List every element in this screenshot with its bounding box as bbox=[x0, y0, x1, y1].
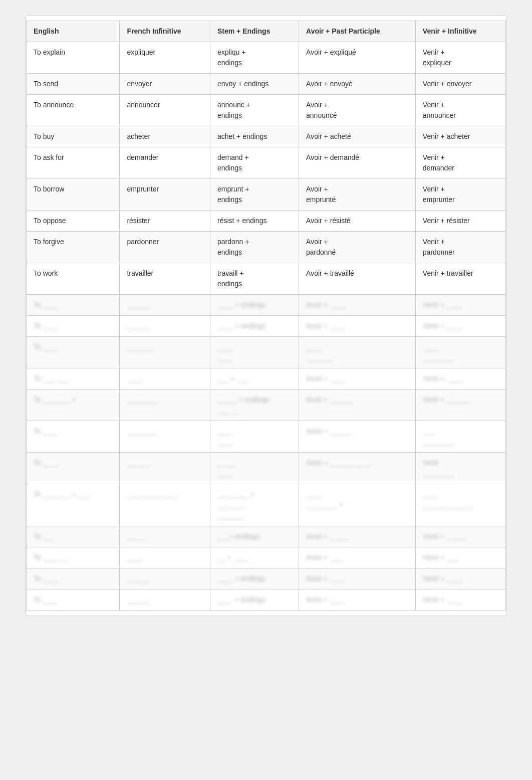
cell-stem: announc + endings bbox=[210, 95, 299, 126]
blurred-cell-2: _____ + endings ___ __ bbox=[210, 389, 299, 421]
cell-avoir: Avoir + expliqué bbox=[299, 42, 416, 74]
blurred-cell-4: Venir + ____ bbox=[415, 316, 505, 337]
blurred-cell-3: Avoir + ____ bbox=[299, 568, 416, 590]
conjugation-table: English French Infinitive Stem + Endings… bbox=[26, 21, 506, 611]
table-row-blurred: To ____ ________ + ____Avoir + ___Venir … bbox=[27, 547, 506, 568]
cell-stem: achet + endings bbox=[210, 126, 299, 147]
table-row: To forgivepardonnerpardonn + endingsAvoi… bbox=[27, 232, 506, 263]
blurred-cell-0: To ____ bbox=[27, 590, 120, 611]
blurred-cell-3: ____ ________ + bbox=[299, 484, 416, 526]
cell-stem: expliqu + endings bbox=[210, 42, 299, 74]
blurred-cell-3: Avoir + ___ bbox=[299, 547, 416, 568]
table-row: To opposerésisterrésist + endingsAvoir +… bbox=[27, 211, 506, 232]
cell-stem: envoy + endings bbox=[210, 74, 299, 95]
table-row: To buyacheterachet + endingsAvoir + ache… bbox=[27, 126, 506, 147]
blurred-cell-4: Venir + ____ bbox=[415, 568, 505, 590]
blurred-cell-2: ____ + endings bbox=[210, 590, 299, 611]
blurred-cell-3: Avoir + ______ bbox=[299, 389, 416, 421]
cell-english: To borrow bbox=[27, 179, 120, 211]
col-french: French Infinitive bbox=[120, 21, 210, 42]
cell-stem: pardonn + endings bbox=[210, 232, 299, 263]
blurred-cell-2: ____ + endings bbox=[210, 316, 299, 337]
cell-french: travailler bbox=[120, 263, 210, 295]
table-row-blurred: To ___________+ endingsAvoir + _____Veni… bbox=[27, 526, 506, 547]
blurred-cell-2: ___+ endings bbox=[210, 526, 299, 547]
col-english: English bbox=[27, 21, 120, 42]
table-row-blurred: To ______________ + endingsAvoir + ____V… bbox=[27, 295, 506, 316]
cell-stem: emprunt + endings bbox=[210, 179, 299, 211]
blurred-cell-2: ____ + endings bbox=[210, 295, 299, 316]
blurred-cell-1: ______ bbox=[120, 568, 210, 590]
cell-french: résister bbox=[120, 211, 210, 232]
blurred-cell-4: Venir + _____ bbox=[415, 526, 505, 547]
col-avoir: Avoir + Past Participle bbox=[299, 21, 416, 42]
cell-avoir: Avoir + résisté bbox=[299, 211, 416, 232]
blurred-cell-0: To ____ bbox=[27, 337, 120, 368]
table-row-blurred: To ______________ + endingsAvoir + ____V… bbox=[27, 316, 506, 337]
cell-avoir: Avoir + travaillé bbox=[299, 263, 416, 295]
blurred-cell-3: Avoir + ______ ____ bbox=[299, 453, 416, 484]
blurred-cell-4: ___ ________ bbox=[415, 421, 505, 453]
table-row-blurred: To ___ __________ + ___Avoir + ____Venir… bbox=[27, 368, 506, 389]
cell-french: envoyer bbox=[120, 74, 210, 95]
blurred-cell-4: Venir + ___ bbox=[415, 547, 505, 568]
blurred-cell-1: ________ bbox=[120, 421, 210, 453]
blurred-cell-1: _______ bbox=[120, 337, 210, 368]
blurred-cell-0: To ___ bbox=[27, 526, 120, 547]
blurred-cell-3: Avoir + ____ bbox=[299, 295, 416, 316]
cell-avoir: Avoir + acheté bbox=[299, 126, 416, 147]
blurred-cell-1: ______ bbox=[120, 453, 210, 484]
blurred-cell-1: _____________ bbox=[120, 484, 210, 526]
col-stem: Stem + Endings bbox=[210, 21, 299, 42]
table-row-blurred: To ________________ ____Avoir + ________… bbox=[27, 421, 506, 453]
table-row-blurred: To _______ + ________________________ + … bbox=[27, 484, 506, 526]
table-row: To announceannouncerannounc + endingsAvo… bbox=[27, 95, 506, 126]
cell-venir: Venir + pardonner bbox=[415, 232, 505, 263]
blurred-cell-0: To ____ bbox=[27, 453, 120, 484]
cell-venir: Venir + envoyer bbox=[415, 74, 505, 95]
blurred-cell-1: ______ bbox=[120, 295, 210, 316]
table-row: To ask fordemanderdemand + endingsAvoir … bbox=[27, 147, 506, 179]
cell-avoir: Avoir + envoyé bbox=[299, 74, 416, 95]
blurred-cell-1: _____ bbox=[120, 526, 210, 547]
page-container: English French Infinitive Stem + Endings… bbox=[26, 15, 506, 616]
cell-avoir: Avoir + pardonné bbox=[299, 232, 416, 263]
blurred-cell-1: ________ bbox=[120, 389, 210, 421]
blurred-cell-4: Venir + ____ bbox=[415, 368, 505, 389]
table-row: To explainexpliquerexpliqu + endingsAvoi… bbox=[27, 42, 506, 74]
blurred-cell-0: To ____ bbox=[27, 316, 120, 337]
col-venir: Venir + Infinitive bbox=[415, 21, 505, 42]
table-header-row: English French Infinitive Stem + Endings… bbox=[27, 21, 506, 42]
blurred-cell-4: ____ _____________ bbox=[415, 484, 505, 526]
cell-stem: travaill + endings bbox=[210, 263, 299, 295]
blurred-cell-3: Avoir + ____ bbox=[299, 316, 416, 337]
table-row: To worktravaillertravaill + endingsAvoir… bbox=[27, 263, 506, 295]
cell-french: announcer bbox=[120, 95, 210, 126]
blurred-cell-2: ____ ____ bbox=[210, 337, 299, 368]
blurred-cell-3: Avoir + _____ bbox=[299, 526, 416, 547]
blurred-cell-1: ____ bbox=[120, 368, 210, 389]
blurred-cell-4: Venir ________ bbox=[415, 453, 505, 484]
blurred-cell-2: ___ + ___ bbox=[210, 368, 299, 389]
cell-french: emprunter bbox=[120, 179, 210, 211]
blurred-cell-0: To ____ bbox=[27, 295, 120, 316]
cell-avoir: Avoir + emprunté bbox=[299, 179, 416, 211]
blurred-cell-3: ____ _______ bbox=[299, 337, 416, 368]
blurred-cell-1: ____ bbox=[120, 547, 210, 568]
table-row-blurred: To _______ +_____________ + endings ___ … bbox=[27, 389, 506, 421]
blurred-cell-4: Venir + ______ bbox=[415, 389, 505, 421]
table-row-blurred: To ______________ + endingsAvoir + ____V… bbox=[27, 590, 506, 611]
blurred-cell-3: Avoir + ____ bbox=[299, 590, 416, 611]
blurred-cell-0: To ____ bbox=[27, 421, 120, 453]
blurred-cell-4: ____ ________ bbox=[415, 337, 505, 368]
cell-french: acheter bbox=[120, 126, 210, 147]
table-row: To sendenvoyerenvoy + endingsAvoir + env… bbox=[27, 74, 506, 95]
cell-venir: Venir + emprunter bbox=[415, 179, 505, 211]
cell-french: demander bbox=[120, 147, 210, 179]
cell-venir: Venir + announcer bbox=[415, 95, 505, 126]
cell-english: To send bbox=[27, 74, 120, 95]
blurred-cell-2: ____ ____ bbox=[210, 421, 299, 453]
blurred-cell-0: To ____ __ bbox=[27, 547, 120, 568]
table-row-blurred: To ______________ + endingsAvoir + ____V… bbox=[27, 568, 506, 590]
cell-english: To explain bbox=[27, 42, 120, 74]
